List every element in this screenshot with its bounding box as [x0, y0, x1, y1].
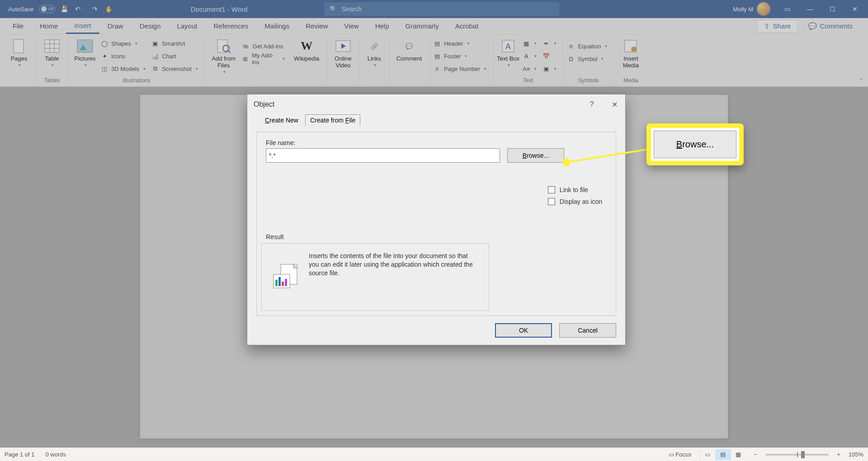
redo-icon[interactable]: ↷	[89, 3, 101, 15]
share-button[interactable]: ⇪Share	[757, 20, 797, 33]
group-insert-media: Insert Media Media	[614, 34, 647, 86]
ribbon-tabs: File Home Insert Draw Design Layout Refe…	[0, 18, 868, 34]
tab-home[interactable]: Home	[32, 18, 66, 34]
display-as-icon-checkbox[interactable]: Display as icon	[548, 198, 602, 205]
focus-mode-button[interactable]: ▭ Focus	[669, 451, 692, 458]
close-icon[interactable]: ✕	[844, 0, 865, 18]
minimize-icon[interactable]: —	[799, 0, 820, 18]
result-icon	[271, 263, 302, 291]
wordart-icon: A	[522, 52, 530, 60]
qat-customize-icon[interactable]: ▾	[119, 3, 132, 15]
ok-button[interactable]: OK	[495, 323, 552, 338]
pictures-button[interactable]: Pictures▾	[72, 36, 98, 67]
autosave-label: AutoSave	[8, 6, 33, 13]
tab-view[interactable]: View	[336, 18, 367, 34]
shapes-icon: ◯	[100, 39, 108, 47]
chart-button[interactable]: 📊Chart	[151, 51, 201, 61]
text-box-button[interactable]: A Text Box▾	[497, 36, 519, 67]
group-symbols: πEquation▾ ΩSymbol▾ Symbols	[563, 34, 614, 86]
object-button[interactable]: ▣▾	[542, 63, 559, 74]
tab-grammarly[interactable]: Grammarly	[397, 18, 447, 34]
icons-icon: ✦	[100, 52, 108, 60]
footer-icon: ▤	[433, 52, 441, 60]
icons-button[interactable]: ✦Icons	[100, 51, 148, 61]
page-number-button[interactable]: #Page Number▾	[433, 63, 489, 74]
svg-rect-22	[282, 282, 284, 286]
symbol-button[interactable]: ΩSymbol▾	[567, 53, 610, 64]
chart-icon: 📊	[151, 52, 159, 60]
dropcap-icon: A≡	[522, 65, 530, 73]
zoom-level[interactable]: 105%	[849, 451, 863, 458]
online-video-button[interactable]: Online Video	[330, 36, 356, 69]
tab-layout[interactable]: Layout	[169, 18, 205, 34]
dialog-footer: OK Cancel	[256, 316, 616, 338]
web-layout-button[interactable]: ▦	[731, 449, 746, 460]
header-button[interactable]: ▤Header▾	[433, 38, 489, 49]
add-from-files-button[interactable]: Add from Files▾	[208, 36, 239, 74]
link-to-file-checkbox[interactable]: Link to file	[548, 186, 602, 193]
file-name-input[interactable]	[266, 148, 500, 163]
ribbon-display-icon[interactable]: ▭	[777, 0, 797, 18]
datetime-button[interactable]: 📅	[542, 51, 559, 61]
group-comments: 💬 Comment	[389, 34, 429, 86]
tab-mailings[interactable]: Mailings	[256, 18, 297, 34]
dialog-content: File name: Browse... Link to file Displa…	[256, 132, 616, 316]
tab-review[interactable]: Review	[297, 18, 336, 34]
wikipedia-icon: W	[298, 38, 315, 54]
dialog-close-button[interactable]: ✕	[604, 94, 625, 114]
tab-create-from-file[interactable]: Create from File	[305, 114, 360, 126]
avatar[interactable]	[757, 2, 770, 16]
pages-button[interactable]: Pages▾	[6, 36, 32, 67]
tab-insert[interactable]: Insert	[66, 18, 99, 34]
zoom-slider[interactable]	[765, 454, 829, 456]
wordart-button[interactable]: A▾	[522, 51, 539, 61]
smartart-button[interactable]: ▣SmartArt	[151, 38, 201, 49]
collapse-ribbon-icon[interactable]: ⌃	[859, 77, 863, 84]
tab-help[interactable]: Help	[367, 18, 397, 34]
browse-button[interactable]: Browse...	[507, 148, 564, 163]
my-addins-button[interactable]: ⊞My Add-ins▾	[242, 53, 288, 64]
tab-references[interactable]: References	[205, 18, 256, 34]
comments-button[interactable]: 💬Comments	[802, 18, 859, 34]
group-links: 🔗 Links▾	[360, 34, 389, 86]
tab-draw[interactable]: Draw	[99, 18, 132, 34]
status-bar: Page 1 of 1 0 words ▭ Focus ▭ ▤ ▦ − + 10…	[0, 447, 868, 461]
file-name-label: File name:	[266, 139, 607, 146]
comment-button[interactable]: 💬 Comment	[393, 36, 425, 62]
insert-media-button[interactable]: Insert Media	[618, 36, 644, 69]
3d-models-button[interactable]: ◫3D Models▾	[100, 63, 148, 74]
cancel-button[interactable]: Cancel	[559, 323, 616, 338]
shapes-button[interactable]: ◯Shapes▾	[100, 38, 148, 49]
read-mode-button[interactable]: ▭	[700, 449, 715, 460]
signature-button[interactable]: ✒▾	[542, 38, 559, 49]
equation-button[interactable]: πEquation▾	[567, 41, 610, 52]
autosave-toggle[interactable]: Off	[39, 5, 55, 13]
quick-parts-button[interactable]: ▦▾	[522, 38, 539, 49]
zoom-out-button[interactable]: −	[754, 451, 758, 458]
footer-button[interactable]: ▤Footer▾	[433, 51, 489, 61]
print-layout-button[interactable]: ▤	[715, 449, 731, 460]
search-box[interactable]: 🔍 Search	[324, 2, 559, 16]
get-addins-button[interactable]: 🛍Get Add-ins	[242, 41, 288, 52]
undo-icon[interactable]: ↶▾	[73, 3, 86, 15]
tab-file[interactable]: File	[5, 18, 32, 34]
maximize-icon[interactable]: ☐	[822, 0, 843, 18]
status-words[interactable]: 0 words	[46, 451, 66, 458]
links-button[interactable]: 🔗 Links▾	[363, 36, 385, 67]
group-text: A Text Box▾ ▦▾ A▾ A≡▾ ✒▾ 📅 ▣▾ Text	[493, 34, 563, 86]
signature-icon: ✒	[542, 39, 550, 47]
dropcap-button[interactable]: A≡▾	[522, 63, 539, 74]
page-number-icon: #	[433, 65, 441, 73]
wikipedia-button[interactable]: W Wikipedia	[290, 36, 322, 62]
screenshot-button[interactable]: ⧉Screenshot▾	[151, 63, 201, 74]
status-page[interactable]: Page 1 of 1	[5, 451, 35, 458]
table-button[interactable]: Table▾	[39, 36, 65, 67]
tab-acrobat[interactable]: Acrobat	[447, 18, 487, 34]
dialog-help-button[interactable]: ?	[581, 94, 603, 114]
save-icon[interactable]: 💾	[58, 3, 71, 15]
zoom-in-button[interactable]: +	[837, 451, 840, 458]
cube-icon: ◫	[100, 65, 108, 73]
touch-mode-icon[interactable]: ✋▾	[104, 3, 117, 15]
tab-design[interactable]: Design	[132, 18, 169, 34]
tab-create-new[interactable]: Create New	[260, 114, 303, 126]
